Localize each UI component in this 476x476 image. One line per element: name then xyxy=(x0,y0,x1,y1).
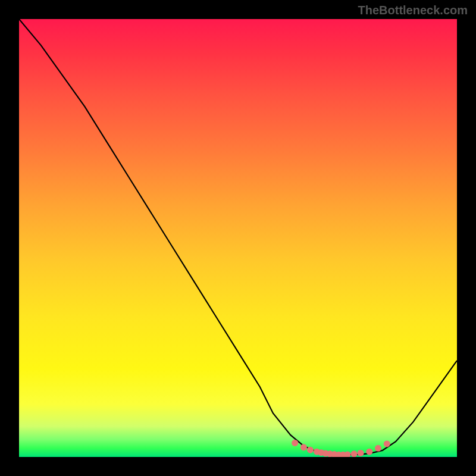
valley-marker-dot xyxy=(351,450,358,457)
chart-svg xyxy=(19,19,457,457)
valley-marker-dot xyxy=(292,440,298,446)
chart-plot-area xyxy=(19,19,457,457)
attribution-text: TheBottleneck.com xyxy=(358,4,468,17)
valley-marker-dot xyxy=(366,449,372,455)
valley-marker-dot xyxy=(300,444,307,450)
valley-marker-dot xyxy=(345,451,351,457)
valley-marker-dot xyxy=(307,447,314,453)
valley-markers xyxy=(292,440,390,457)
bottleneck-curve xyxy=(19,19,457,455)
valley-marker-dot xyxy=(375,445,381,452)
valley-marker-dot xyxy=(358,450,364,456)
valley-marker-dot xyxy=(384,440,390,447)
